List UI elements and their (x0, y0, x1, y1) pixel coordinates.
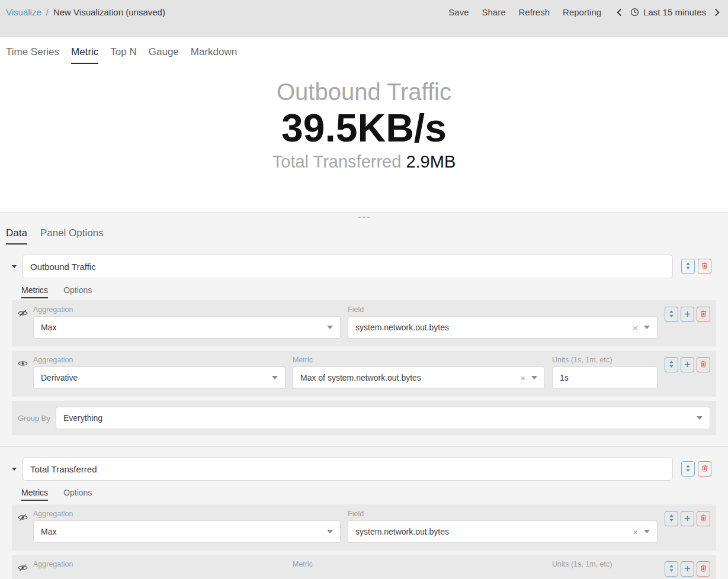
units-label: Units (1s, 1m, etc) (552, 560, 658, 568)
tab-panel-options[interactable]: Panel Options (40, 227, 104, 245)
add-metric-button[interactable] (681, 307, 694, 322)
field-label: Field (348, 305, 658, 314)
series-header (12, 255, 716, 278)
trash-icon (700, 359, 707, 370)
tab-time-series[interactable]: Time Series (6, 46, 59, 64)
metric-secondary-value: 2.9MB (406, 152, 456, 171)
caret-down-icon (531, 376, 537, 379)
time-picker-button[interactable]: Last 15 minutes (630, 7, 706, 17)
group-by-value: Everything (63, 413, 697, 423)
add-metric-button[interactable] (681, 357, 694, 372)
tab-data[interactable]: Data (6, 227, 27, 245)
eye-slash-icon[interactable] (18, 558, 33, 574)
field-value: system.network.out.bytes (355, 527, 633, 536)
delete-metric-button[interactable] (697, 357, 710, 372)
delete-metric-button[interactable] (697, 511, 710, 526)
x-icon[interactable]: × (633, 527, 638, 537)
move-metric-button[interactable] (665, 357, 678, 372)
x-icon[interactable]: × (520, 373, 525, 383)
tab-gauge[interactable]: Gauge (149, 46, 179, 64)
metric-select[interactable]: Max of system.network.out.bytes × (293, 366, 545, 389)
aggregation-value: Max (41, 527, 327, 536)
tab-markdown[interactable]: Markdown (191, 46, 237, 64)
delete-series-button[interactable] (698, 259, 711, 274)
trash-icon (700, 309, 707, 320)
aggregation-label: Aggregation (33, 510, 341, 518)
move-metric-button[interactable] (665, 511, 678, 526)
tab-metrics[interactable]: Metrics (21, 488, 48, 501)
metric-label: Metric (293, 356, 545, 364)
series-label-input[interactable] (23, 457, 673, 481)
move-series-button[interactable] (681, 259, 695, 274)
save-button[interactable]: Save (448, 7, 469, 17)
trash-icon (700, 513, 707, 524)
move-series-button[interactable] (681, 461, 695, 477)
tab-top-n[interactable]: Top N (110, 46, 136, 64)
config-panel: Data Panel Options Metrics Options (0, 221, 728, 579)
metric-visualization: Outbound Traffic 39.5KB/s Total Transfer… (0, 64, 728, 212)
share-button[interactable]: Share (482, 7, 505, 17)
breadcrumb-visualize-link[interactable]: Visualize (6, 7, 41, 17)
caret-down-icon (644, 326, 650, 329)
grab-dots-icon (363, 217, 365, 218)
tab-metrics[interactable]: Metrics (21, 285, 48, 298)
aggregation-select[interactable]: Max (33, 316, 341, 339)
delete-metric-button[interactable] (697, 561, 710, 577)
tab-options[interactable]: Options (63, 488, 92, 501)
eye-slash-icon[interactable] (18, 508, 33, 523)
aggregation-label: Aggregation (33, 305, 341, 314)
time-picker-label: Last 15 minutes (643, 7, 706, 17)
group-by-row: Group By Everything (12, 401, 716, 435)
aggregation-select[interactable]: Derivative (33, 366, 286, 389)
delete-series-button[interactable] (698, 461, 711, 477)
grab-dots-icon (367, 217, 370, 218)
sort-arrows-icon (669, 564, 674, 574)
field-select[interactable]: system.network.out.bytes × (348, 316, 658, 339)
series-divider (0, 446, 728, 447)
group-by-label: Group By (18, 414, 56, 423)
caret-down-icon (327, 326, 333, 329)
grab-dots-icon (358, 217, 361, 218)
metric-value: Max of system.network.out.bytes (300, 373, 520, 382)
units-input[interactable] (552, 366, 658, 389)
trash-icon (700, 564, 707, 574)
panel-resize-handle[interactable] (0, 212, 728, 221)
chevron-right-icon[interactable] (714, 8, 720, 17)
delete-metric-button[interactable] (697, 307, 710, 322)
eye-icon[interactable] (18, 354, 33, 369)
move-metric-button[interactable] (665, 561, 678, 577)
field-value: system.network.out.bytes (355, 323, 633, 332)
reporting-button[interactable]: Reporting (563, 7, 601, 17)
sort-arrows-icon (669, 513, 674, 524)
series-label-input[interactable] (23, 255, 673, 278)
sort-arrows-icon (669, 309, 674, 320)
plus-icon (684, 359, 691, 370)
add-metric-button[interactable] (681, 561, 694, 577)
series-total-transferred: Metrics Options Aggregation Max Field sy… (0, 457, 728, 579)
aggregation-select[interactable]: Max (33, 520, 341, 543)
breadcrumb: Visualize / New Visualization (unsaved) (6, 5, 165, 37)
series-outbound-traffic: Metrics Options Aggregation Max Field sy… (0, 255, 728, 435)
tab-options[interactable]: Options (63, 285, 92, 298)
panel-tabs: Data Panel Options (0, 221, 728, 245)
move-metric-button[interactable] (665, 307, 678, 322)
breadcrumb-separator: / (46, 7, 49, 17)
series-collapse-button[interactable] (12, 265, 23, 268)
eye-slash-icon[interactable] (18, 304, 33, 319)
series-collapse-button[interactable] (12, 468, 23, 471)
chevron-left-icon[interactable] (617, 8, 622, 17)
units-label: Units (1s, 1m, etc) (552, 356, 658, 364)
refresh-button[interactable]: Refresh (519, 7, 550, 17)
tab-metric[interactable]: Metric (71, 46, 98, 64)
sort-arrows-icon (685, 261, 691, 272)
group-by-select[interactable]: Everything (56, 407, 710, 429)
add-metric-button[interactable] (681, 511, 694, 526)
x-icon[interactable]: × (633, 323, 638, 333)
breadcrumb-current: New Visualization (unsaved) (53, 7, 165, 17)
plus-icon (684, 309, 691, 320)
metric-secondary: Total Transferred 2.9MB (0, 152, 728, 172)
field-select[interactable]: system.network.out.bytes × (348, 520, 658, 543)
metric-row: Aggregation Max Field system.network.out… (12, 300, 716, 346)
caret-down-icon (327, 530, 333, 533)
aggregation-label: Aggregation (33, 560, 286, 568)
